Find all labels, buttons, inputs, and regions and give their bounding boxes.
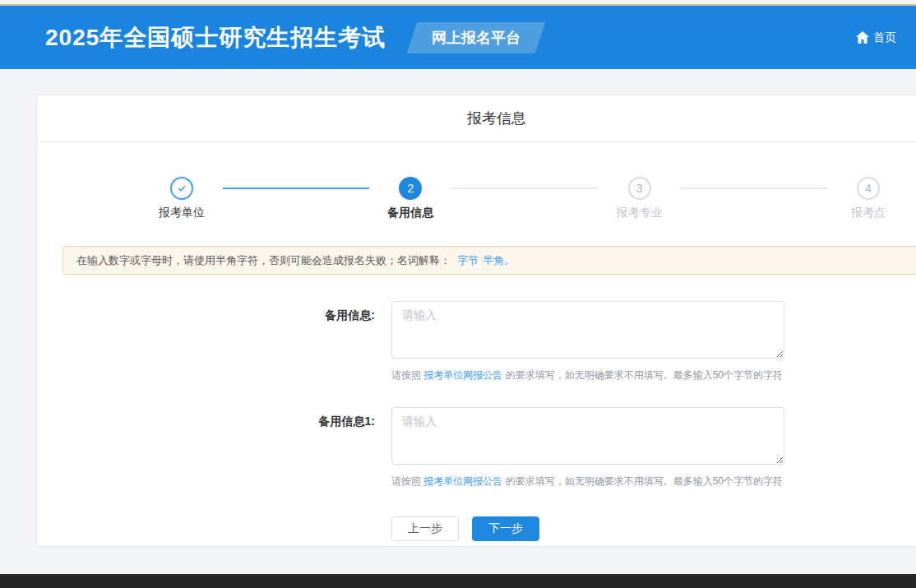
backup-info-textarea[interactable] bbox=[391, 301, 784, 359]
step-connector-1 bbox=[223, 188, 369, 189]
application-info-card: 报考信息 报考单位 2 备用信息 3 报考专业 4 报考点 在输入数字或字母时，… bbox=[36, 95, 916, 547]
step-baokao-dian: 4 报考点 bbox=[827, 177, 909, 220]
home-icon bbox=[856, 31, 869, 44]
wizard-buttons: 上一步 下一步 bbox=[37, 516, 916, 541]
backup-info-help: 请按照 报考单位网报公告 的要求填写，如无明确要求不用填写。最多输入50个字节的… bbox=[391, 368, 784, 382]
next-step-button[interactable]: 下一步 bbox=[472, 516, 539, 541]
backup-info1-control: 请按照 报考单位网报公告 的要求填写，如无明确要求不用填写。最多输入50个字节的… bbox=[391, 407, 784, 488]
warning-text: 在输入数字或字母时，请使用半角字符，否则可能会造成报名失败；名词解释： bbox=[76, 253, 451, 268]
unit-announcement-link[interactable]: 报考单位网报公告 bbox=[423, 475, 502, 487]
halfwidth-warning-alert: 在输入数字或字母时，请使用半角字符，否则可能会造成报名失败；名词解释： 字节 半… bbox=[62, 246, 916, 275]
card-title: 报考信息 bbox=[37, 95, 916, 142]
step-connector-3 bbox=[681, 188, 827, 189]
step-2-label: 备用信息 bbox=[387, 206, 433, 220]
step-baokao-zhuanye: 3 报考专业 bbox=[599, 177, 681, 220]
backup-info1-row: 备用信息1: 请按照 报考单位网报公告 的要求填写，如无明确要求不用填写。最多输… bbox=[37, 407, 916, 488]
byte-definition-link[interactable]: 字节 bbox=[457, 253, 479, 268]
step-baokao-danwei: 报考单位 bbox=[141, 177, 223, 220]
help-suffix: 的要求填写，如无明确要求不用填写。最多输入50个字节的字符 bbox=[502, 369, 783, 381]
step-3-number: 3 bbox=[628, 177, 651, 200]
help-prefix: 请按照 bbox=[391, 369, 423, 381]
step-4-number: 4 bbox=[857, 177, 880, 200]
step-1-label: 报考单位 bbox=[159, 206, 205, 220]
step-3-label: 报考专业 bbox=[617, 206, 663, 220]
step-4-label: 报考点 bbox=[851, 206, 886, 220]
step-1-check-icon bbox=[170, 177, 193, 200]
backup-info1-help: 请按照 报考单位网报公告 的要求填写，如无明确要求不用填写。最多输入50个字节的… bbox=[391, 475, 784, 488]
home-link[interactable]: 首页 bbox=[856, 30, 896, 45]
warning-period: 。 bbox=[504, 253, 515, 268]
home-link-label: 首页 bbox=[873, 30, 896, 45]
backup-info-row: 备用信息: 请按照 报考单位网报公告 的要求填写，如无明确要求不用填写。最多输入… bbox=[37, 301, 916, 382]
previous-step-button[interactable]: 上一步 bbox=[391, 516, 459, 541]
app-header: 2025年全国硕士研究生招生考试 网上报名平台 首页 bbox=[0, 6, 916, 69]
platform-badge: 网上报名平台 bbox=[407, 22, 545, 53]
step-2-number: 2 bbox=[399, 177, 422, 200]
platform-badge-label: 网上报名平台 bbox=[432, 28, 520, 48]
backup-info-label: 备用信息: bbox=[276, 301, 375, 382]
help-suffix: 的要求填写，如无明确要求不用填写。最多输入50个字节的字符 bbox=[502, 475, 783, 487]
backup-info-control: 请按照 报考单位网报公告 的要求填写，如无明确要求不用填写。最多输入50个字节的… bbox=[391, 301, 784, 382]
unit-announcement-link[interactable]: 报考单位网报公告 bbox=[423, 369, 502, 381]
page-footer bbox=[0, 574, 916, 588]
backup-info1-textarea[interactable] bbox=[391, 407, 784, 465]
stepper: 报考单位 2 备用信息 3 报考专业 4 报考点 bbox=[37, 177, 916, 221]
help-prefix: 请按照 bbox=[391, 475, 423, 487]
app-title: 2025年全国硕士研究生招生考试 bbox=[45, 22, 386, 53]
halfwidth-definition-link[interactable]: 半角 bbox=[483, 253, 504, 268]
step-connector-2 bbox=[451, 188, 598, 189]
backup-info1-label: 备用信息1: bbox=[276, 407, 375, 488]
step-beiyong-xinxi: 2 备用信息 bbox=[369, 177, 451, 220]
